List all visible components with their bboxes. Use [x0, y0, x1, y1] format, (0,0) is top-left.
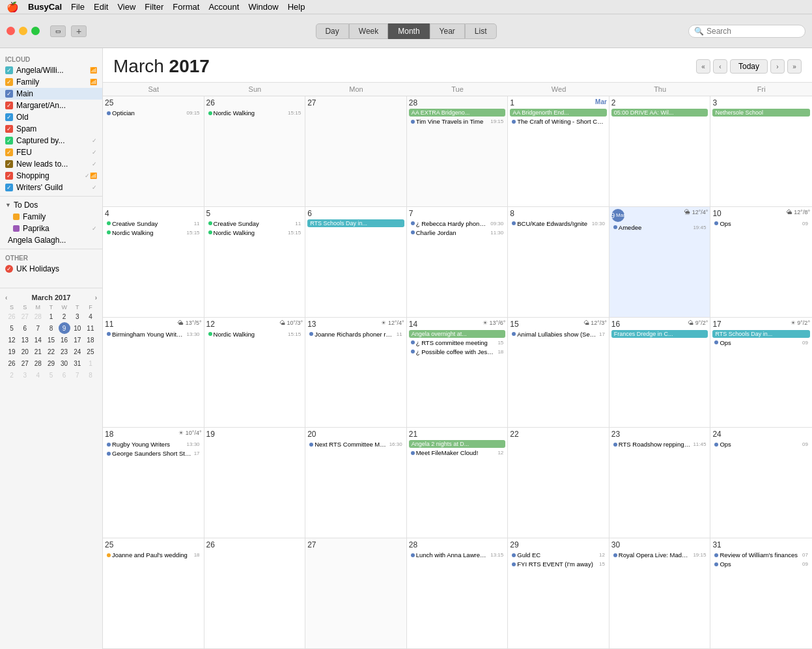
menu-filter[interactable]: Filter: [145, 2, 163, 12]
mini-day[interactable]: 6: [19, 322, 31, 334]
calendar-cell-27[interactable]: 27: [305, 538, 407, 649]
event-item[interactable]: Review of William's finances 07: [712, 551, 810, 559]
mini-day[interactable]: 3: [19, 369, 31, 381]
calendar-cell-11[interactable]: 11🌥 13°/5° Birmingham Young Writers 13:3…: [103, 318, 204, 428]
margaret-checkbox[interactable]: ✓: [5, 102, 13, 109]
menu-view[interactable]: View: [117, 2, 135, 12]
mini-next-button[interactable]: ›: [95, 294, 97, 301]
mini-day[interactable]: 14: [32, 334, 44, 346]
mini-day[interactable]: 20: [19, 346, 31, 357]
minimize-button[interactable]: [19, 27, 27, 35]
mini-day[interactable]: 7: [72, 369, 83, 381]
mini-day[interactable]: 26: [6, 311, 18, 322]
event-item[interactable]: The Craft of Writing - Short Course (Wil…: [510, 117, 607, 126]
sidebar-item-shopping[interactable]: ✓ Shopping ✓📶: [0, 170, 102, 182]
captured-checkbox[interactable]: ✓: [5, 137, 13, 145]
apple-menu[interactable]: 🍎: [7, 1, 19, 13]
view-year-button[interactable]: Year: [430, 23, 465, 39]
calendar-cell-18[interactable]: 18☀ 10°/4° Rugby Young Writers 13:30 Geo…: [103, 428, 204, 538]
event-item[interactable]: BCU/Kate Edwards/Ignite 10:30: [510, 219, 607, 228]
add-event-button[interactable]: +: [71, 25, 87, 37]
old-checkbox[interactable]: ✓: [5, 113, 13, 121]
calendar-cell-4[interactable]: 4 Creative Sunday 11 Nordic Walking 15:1…: [103, 207, 204, 318]
spam-checkbox[interactable]: ✓: [5, 125, 13, 133]
event-item[interactable]: Optician 09:15: [105, 109, 202, 117]
event-pill[interactable]: AA EXTRA Bridgeno...: [409, 109, 506, 117]
main-checkbox[interactable]: ✓: [5, 90, 13, 98]
sidebar-item-writers[interactable]: ✓ Writers' Guild ✓: [0, 182, 102, 193]
close-button[interactable]: [7, 27, 15, 35]
event-item[interactable]: Creative Sunday 11: [105, 219, 202, 228]
sidebar-item-main[interactable]: ✓ Main: [0, 88, 102, 100]
view-month-button[interactable]: Month: [388, 23, 429, 39]
event-pill[interactable]: AA Bridgenorth End...: [510, 109, 607, 117]
search-input[interactable]: [707, 27, 798, 36]
calendar-cell-13[interactable]: 13☀ 12°/4° Joanne Richards phoner re BMI…: [305, 318, 407, 428]
calendar-cell-26[interactable]: 26 Nordic Walking 15:15: [204, 96, 306, 207]
calendar-cell-25[interactable]: 25 Optician 09:15: [103, 96, 204, 207]
mini-day[interactable]: 12: [6, 334, 18, 346]
menu-account[interactable]: Account: [208, 2, 239, 12]
menu-edit[interactable]: Edit: [94, 2, 108, 12]
menu-help[interactable]: Help: [288, 2, 305, 12]
mini-day[interactable]: 26: [6, 357, 18, 369]
sidebar-item-captured[interactable]: ✓ Captured by... ✓: [0, 135, 102, 146]
event-item[interactable]: Birmingham Young Writers 13:30: [105, 330, 202, 338]
sidebar-item-uk-holidays[interactable]: ✓ UK Holidays: [0, 263, 102, 275]
event-item[interactable]: Lunch with Anna Lawrence 13:15: [409, 551, 506, 559]
event-item[interactable]: RTS Roadshow repping Guild 11:45: [611, 440, 708, 449]
mini-day[interactable]: 30: [59, 357, 70, 369]
mini-day[interactable]: 18: [85, 334, 96, 346]
mini-day[interactable]: 16: [59, 334, 70, 346]
event-item[interactable]: ¿ RTS committee meeting 15: [409, 338, 506, 347]
angela-checkbox[interactable]: ✓: [5, 66, 13, 74]
calendar-cell-25[interactable]: 25 Joanne and Paul's wedding 18: [103, 538, 204, 649]
calendar-cell-19[interactable]: 19: [204, 428, 306, 538]
event-item[interactable]: Rugby Young Writers 13:30: [105, 440, 202, 449]
mini-day[interactable]: 5: [6, 322, 18, 334]
event-item[interactable]: ¿ Possible coffee with Jessica Drom-gool…: [409, 348, 506, 356]
todos-toggle[interactable]: ▼ To Dos: [0, 199, 102, 211]
calendar-cell-3[interactable]: 3Nethersole School: [710, 96, 812, 207]
event-pill[interactable]: RTS Schools Day in...: [712, 330, 810, 338]
sidebar-item-margaret[interactable]: ✓ Margaret/An...: [0, 100, 102, 111]
prev-button[interactable]: ‹: [713, 59, 727, 74]
mini-day[interactable]: 13: [19, 334, 31, 346]
mini-day[interactable]: 7: [32, 322, 44, 334]
event-item[interactable]: Nordic Walking 15:15: [105, 228, 202, 237]
sidebar-toggle-button[interactable]: ▭: [50, 25, 66, 37]
mini-day[interactable]: 23: [59, 346, 70, 357]
mini-day[interactable]: 27: [19, 357, 31, 369]
event-pill[interactable]: Angela overnight at...: [409, 330, 506, 338]
view-day-button[interactable]: Day: [315, 23, 348, 39]
mini-day[interactable]: 22: [45, 346, 57, 357]
calendar-cell-7[interactable]: 7 ¿ Rebecca Hardy phoner (20 minutes) 09…: [407, 207, 509, 318]
mini-day[interactable]: 24: [72, 346, 83, 357]
mini-day[interactable]: 9: [59, 322, 70, 334]
menu-file[interactable]: File: [71, 2, 85, 12]
mini-day[interactable]: 6: [59, 369, 70, 381]
shopping-checkbox[interactable]: ✓: [5, 172, 13, 180]
event-pill[interactable]: Nethersole School: [712, 109, 810, 117]
menu-format[interactable]: Format: [173, 2, 199, 12]
event-item[interactable]: Amedee 19:45: [611, 223, 708, 232]
calendar-cell-15[interactable]: 15🌤 12°/3° Animal Lullabies show (Secret…: [508, 318, 609, 428]
event-item[interactable]: Ops 09: [712, 560, 810, 568]
feu-checkbox[interactable]: ✓: [5, 148, 13, 156]
mini-day[interactable]: 8: [45, 322, 57, 334]
calendar-cell-10[interactable]: 10🌥 12°/8° Ops 09: [710, 207, 812, 318]
mini-day[interactable]: 28: [32, 311, 44, 322]
mini-day[interactable]: 1: [45, 311, 57, 322]
event-item[interactable]: Guld EC 12: [510, 551, 607, 559]
newleads-checkbox[interactable]: ✓: [5, 160, 13, 168]
event-item[interactable]: Ops 09: [712, 338, 810, 347]
calendar-cell-12[interactable]: 12🌤 10°/3° Nordic Walking 15:15: [204, 318, 306, 428]
event-item[interactable]: FYI RTS EVENT (I'm away) 15: [510, 560, 607, 568]
calendar-cell-24[interactable]: 24 Ops 09: [710, 428, 812, 538]
sidebar-item-angela-main[interactable]: Angela Galagh...: [0, 234, 102, 246]
mini-day[interactable]: 15: [45, 334, 57, 346]
mini-day[interactable]: 19: [6, 346, 18, 357]
view-week-button[interactable]: Week: [349, 23, 388, 39]
calendar-cell-28[interactable]: 28 Lunch with Anna Lawrence 13:15: [407, 538, 509, 649]
mini-day[interactable]: 3: [72, 311, 83, 322]
